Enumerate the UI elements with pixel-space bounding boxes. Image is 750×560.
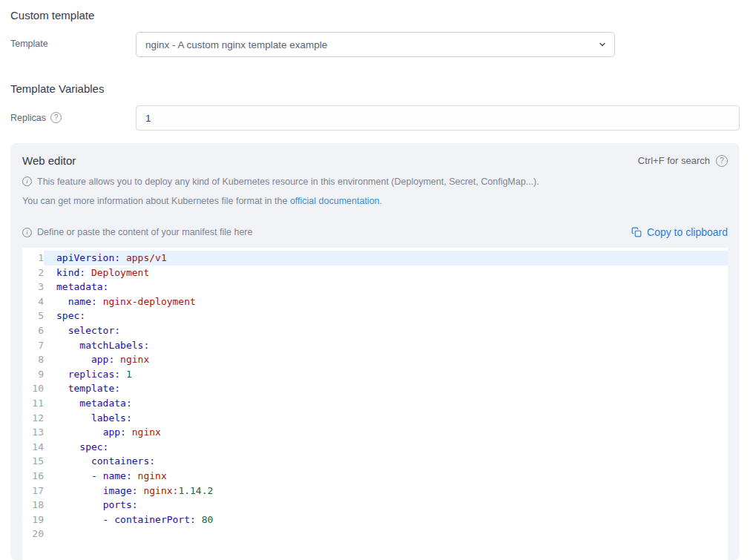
template-select-wrap: nginx - A custom nginx template example <box>136 32 615 57</box>
line-number: 3 <box>24 280 44 294</box>
line-number: 13 <box>24 425 44 440</box>
info-icon: i <box>22 228 32 237</box>
code-line: replicas: 1 <box>44 367 728 382</box>
line-number: 10 <box>24 381 44 396</box>
search-hint-text: Ctrl+F for search <box>638 155 710 166</box>
line-number: 1 <box>24 251 44 266</box>
web-editor-title: Web editor <box>22 154 76 167</box>
line-number: 6 <box>24 323 44 338</box>
editor-info-line-1: i This feature allows you to deploy any … <box>22 176 728 188</box>
line-number: 19 <box>24 513 44 527</box>
code-line: labels: <box>44 411 728 426</box>
yaml-editor[interactable]: 1234567891011121314151617181920 apiVersi… <box>22 248 728 560</box>
code-line: app: nginx <box>44 425 728 440</box>
replicas-control <box>136 105 740 131</box>
code-line: containers: <box>44 454 728 469</box>
line-number: 16 <box>24 469 44 484</box>
code-line: kind: Deployment <box>44 266 728 280</box>
template-label-text: Template <box>10 39 48 49</box>
copy-icon <box>631 227 642 237</box>
question-circle-icon[interactable]: ? <box>716 155 728 167</box>
line-number-gutter: 1234567891011121314151617181920 <box>24 248 44 560</box>
line-number: 7 <box>24 338 44 353</box>
line-number: 4 <box>24 294 44 309</box>
search-hint: Ctrl+F for search ? <box>638 155 728 167</box>
code-line: metadata: <box>44 280 728 294</box>
page-title: Custom template <box>10 8 740 22</box>
line-number: 5 <box>24 309 44 323</box>
line-number: 11 <box>24 396 44 411</box>
replicas-label: Replicas ? <box>10 105 136 123</box>
copy-to-clipboard-button[interactable]: Copy to clipboard <box>631 226 728 238</box>
line-number: 14 <box>24 440 44 455</box>
code-line: image: nginx:1.14.2 <box>44 484 728 498</box>
line-number: 2 <box>24 266 44 280</box>
code-line: matchLabels: <box>44 338 728 353</box>
editor-toolbar: i Define or paste the content of your ma… <box>22 226 728 238</box>
code-line: name: nginx-deployment <box>44 294 728 309</box>
code-line <box>44 527 728 541</box>
info-icon: i <box>22 177 32 186</box>
editor-info-line-2: You can get more information about Kuber… <box>22 195 728 207</box>
variables-title: Template Variables <box>10 82 740 96</box>
code-line: ports: <box>44 498 728 513</box>
manifest-hint: i Define or paste the content of your ma… <box>22 226 252 238</box>
official-documentation-link[interactable]: official documentation <box>290 196 380 206</box>
question-circle-icon[interactable]: ? <box>50 112 62 123</box>
line-number: 12 <box>24 411 44 426</box>
template-label: Template <box>10 32 136 49</box>
replicas-label-text: Replicas <box>10 113 46 123</box>
template-select[interactable]: nginx - A custom nginx template example <box>136 32 615 57</box>
copy-button-label: Copy to clipboard <box>647 226 728 238</box>
code-line: spec: <box>44 309 728 323</box>
line-number: 17 <box>24 484 44 498</box>
line-number: 20 <box>24 527 44 541</box>
code-lines: apiVersion: apps/v1kind: Deploymentmetad… <box>44 248 728 560</box>
web-editor-panel: Web editor Ctrl+F for search ? i This fe… <box>10 143 740 560</box>
code-line: metadata: <box>44 396 728 411</box>
code-line: app: nginx <box>44 352 728 367</box>
line-number: 8 <box>24 352 44 367</box>
editor-info-text-1: This feature allows you to deploy any ki… <box>37 176 539 188</box>
line-number: 15 <box>24 454 44 469</box>
replicas-input[interactable] <box>136 105 740 131</box>
code-line: template: <box>44 381 728 396</box>
template-row: Template nginx - A custom nginx template… <box>10 32 740 57</box>
line-number: 18 <box>24 498 44 513</box>
main-content: Custom template Template nginx - A custo… <box>0 0 750 560</box>
code-line: selector: <box>44 323 728 338</box>
line-number: 9 <box>24 367 44 382</box>
code-line: apiVersion: apps/v1 <box>44 251 728 266</box>
editor-info-text-2-suffix: . <box>380 196 382 206</box>
code-line: - containerPort: 80 <box>44 513 728 527</box>
manifest-hint-text: Define or paste the content of your mani… <box>37 226 252 238</box>
code-line: spec: <box>44 440 728 455</box>
web-editor-header: Web editor Ctrl+F for search ? <box>22 154 728 167</box>
replicas-row: Replicas ? <box>10 105 740 131</box>
code-line: - name: nginx <box>44 469 728 484</box>
editor-info-text-2-prefix: You can get more information about Kuber… <box>22 196 290 206</box>
